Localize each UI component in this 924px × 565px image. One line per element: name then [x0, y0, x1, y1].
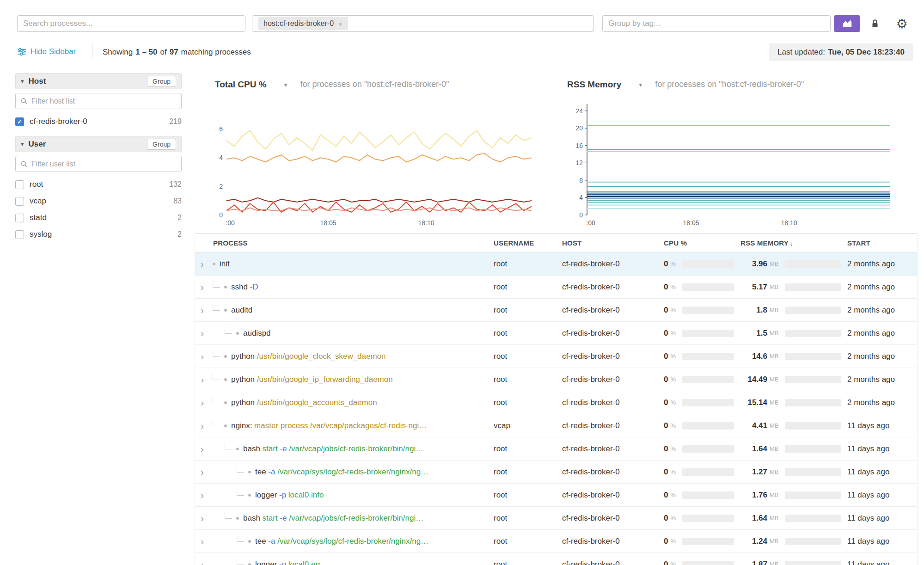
- showing-range: 1 – 50: [135, 48, 157, 57]
- expand-chevron-icon[interactable]: ›: [201, 559, 213, 565]
- tree-connector: [225, 442, 232, 455]
- last-updated-value: Tue, 05 Dec 18:23:40: [828, 48, 905, 57]
- cpu-unit: %: [670, 515, 676, 522]
- host-cell: cf-redis-broker-0: [562, 514, 664, 523]
- memory-usage-bar: [785, 538, 841, 545]
- chevron-down-icon[interactable]: ▾: [639, 81, 642, 88]
- column-header-cpu[interactable]: CPU %: [664, 239, 740, 247]
- cpu-cell: 0%: [664, 421, 740, 430]
- cpu-cell: 0%: [664, 329, 740, 338]
- user-list-item[interactable]: syslog2: [15, 227, 182, 241]
- table-row[interactable]: ›auditdrootcf-redis-broker-00%1.8MB2 mon…: [195, 299, 917, 322]
- cpu-chart[interactable]: 0246:0018:0518:10: [213, 99, 536, 233]
- hide-sidebar-link[interactable]: Hide Sidebar: [17, 47, 76, 56]
- column-header-host[interactable]: HOST: [562, 239, 664, 247]
- process-name-segment: python: [231, 398, 257, 407]
- user-list-item[interactable]: root132: [15, 178, 182, 191]
- search-processes-input[interactable]: [23, 19, 239, 28]
- process-cell: ›logger -p local0.info: [195, 489, 494, 502]
- expand-chevron-icon[interactable]: ›: [201, 536, 213, 546]
- expand-chevron-icon[interactable]: ›: [201, 282, 213, 292]
- process-name: nginx: master process /var/vcap/packages…: [231, 421, 427, 430]
- process-name-segment: local0.info: [288, 491, 324, 499]
- host-cell: cf-redis-broker-0: [562, 352, 664, 361]
- checkbox[interactable]: [15, 197, 24, 206]
- table-row[interactable]: ›bash start -e /var/vcap/jobs/cf-redis-b…: [195, 437, 917, 461]
- checkbox[interactable]: [15, 180, 24, 189]
- chart-view-button[interactable]: [834, 15, 860, 32]
- memory-value: 1.27: [740, 467, 767, 477]
- memory-chart-metric-dropdown[interactable]: RSS Memory: [567, 80, 621, 90]
- host-group-button[interactable]: Group: [147, 76, 176, 87]
- user-filter-input[interactable]: [31, 160, 177, 168]
- expand-chevron-icon[interactable]: ›: [201, 351, 213, 361]
- table-row[interactable]: ›audispdrootcf-redis-broker-00%1.5MB2 mo…: [195, 322, 917, 345]
- expand-chevron-icon[interactable]: ›: [201, 259, 213, 269]
- host-section-title: Host: [29, 77, 46, 86]
- memory-usage-bar: [785, 468, 841, 476]
- process-cell: ›sshd -D: [195, 281, 494, 294]
- table-row[interactable]: ›nginx: master process /var/vcap/package…: [195, 414, 917, 437]
- expand-chevron-icon[interactable]: ›: [201, 444, 213, 454]
- tree-indent: [213, 495, 237, 495]
- expand-chevron-icon[interactable]: ›: [201, 398, 213, 407]
- settings-button[interactable]: ⚙: [889, 15, 914, 32]
- facet-count: 2: [177, 230, 182, 239]
- table-row[interactable]: ›bash start -e /var/vcap/jobs/cf-redis-b…: [195, 507, 917, 530]
- table-row[interactable]: ›sshd -Drootcf-redis-broker-00%5.17MB2 m…: [195, 276, 917, 299]
- table-row[interactable]: ›initrootcf-redis-broker-00%3.96MB2 mont…: [195, 252, 917, 276]
- process-name-segment: auditd: [231, 306, 252, 314]
- expand-chevron-icon[interactable]: ›: [201, 375, 213, 384]
- memory-chart[interactable]: 04812162024:0018:0518:10: [575, 99, 899, 233]
- remove-tag-icon[interactable]: ×: [338, 20, 343, 28]
- expand-chevron-icon[interactable]: ›: [201, 421, 213, 430]
- host-list-item[interactable]: ✓cf-redis-broker-0219: [15, 115, 182, 129]
- expand-chevron-icon[interactable]: ›: [201, 328, 213, 338]
- chevron-down-icon[interactable]: ▾: [21, 141, 24, 147]
- expand-chevron-icon[interactable]: ›: [201, 513, 213, 523]
- table-row[interactable]: ›python /usr/bin/google_accounts_daemonr…: [195, 391, 917, 414]
- start-cell: 11 days ago: [847, 491, 917, 500]
- tag-filter-pill[interactable]: host:cf-redis-broker-0 ×: [258, 17, 348, 30]
- table-row[interactable]: ›tee -a /var/vcap/sys/log/cf-redis-broke…: [195, 461, 917, 484]
- expand-chevron-icon[interactable]: ›: [201, 467, 213, 477]
- host-section-header[interactable]: ▾ Host Group: [15, 73, 182, 89]
- group-by-tag-input[interactable]: [608, 19, 825, 28]
- expand-chevron-icon[interactable]: ›: [201, 490, 213, 500]
- lock-icon: [869, 18, 881, 29]
- column-header-rss-memory[interactable]: RSS MEMORY ↓: [740, 239, 847, 247]
- cpu-cell: 0%: [664, 259, 740, 269]
- chevron-down-icon[interactable]: ▾: [284, 81, 288, 88]
- table-row[interactable]: ›logger -p local0.errrootcf-redis-broker…: [195, 553, 917, 565]
- process-dot-icon: [224, 355, 227, 358]
- tag-filter-box[interactable]: host:cf-redis-broker-0 ×: [252, 15, 594, 32]
- host-cell: cf-redis-broker-0: [562, 282, 664, 292]
- tree-indent: [213, 448, 225, 449]
- checkbox[interactable]: [15, 230, 24, 239]
- user-list-item[interactable]: vcap83: [15, 194, 182, 208]
- user-group-button[interactable]: Group: [147, 139, 176, 150]
- host-filter-input[interactable]: [31, 97, 177, 105]
- chevron-down-icon[interactable]: ▾: [21, 78, 24, 85]
- memory-value: 1.5: [740, 329, 767, 338]
- column-header-process[interactable]: PROCESS: [195, 239, 494, 247]
- user-section-header[interactable]: ▾ User Group: [15, 136, 182, 152]
- user-filter-box: [15, 156, 182, 172]
- checkbox[interactable]: [15, 214, 24, 222]
- cpu-chart-metric-dropdown[interactable]: Total CPU %: [215, 80, 267, 90]
- start-cell: 2 months ago: [847, 329, 917, 338]
- table-row[interactable]: ›python /usr/bin/google_clock_skew_daemo…: [195, 345, 917, 368]
- svg-text:24: 24: [575, 107, 583, 115]
- memory-cell: 1.64MB: [740, 514, 847, 523]
- table-row[interactable]: ›logger -p local0.inforootcf-redis-broke…: [195, 484, 917, 507]
- table-row[interactable]: ›python /usr/bin/google_ip_forwarding_da…: [195, 368, 917, 391]
- table-row[interactable]: ›tee -a /var/vcap/sys/log/cf-redis-broke…: [195, 530, 917, 553]
- column-header-username[interactable]: USERNAME: [494, 239, 562, 247]
- process-name: bash start -e /var/vcap/jobs/cf-redis-br…: [243, 444, 423, 454]
- expand-chevron-icon[interactable]: ›: [201, 305, 213, 315]
- column-header-start[interactable]: START: [847, 239, 917, 247]
- cpu-unit: %: [670, 445, 676, 452]
- user-list-item[interactable]: statd2: [15, 211, 182, 225]
- checkbox[interactable]: ✓: [15, 117, 24, 126]
- lock-button[interactable]: [863, 15, 887, 32]
